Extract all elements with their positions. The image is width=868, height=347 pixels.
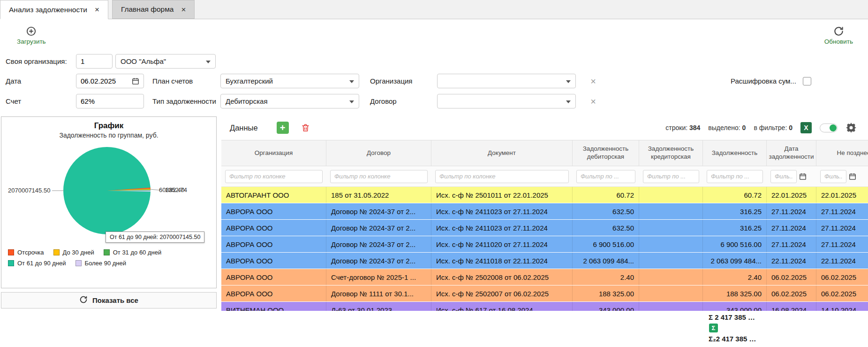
table-cell[interactable]: Исх. с-ф № 2502008 от 06.02.2025 bbox=[431, 269, 573, 285]
calendar-icon[interactable] bbox=[799, 173, 807, 180]
calendar-icon[interactable] bbox=[132, 77, 139, 85]
table-cell[interactable] bbox=[639, 253, 703, 269]
table-cell[interactable]: Исх. с-ф № 617 от 16.08.2024 bbox=[431, 302, 573, 311]
refresh-button[interactable]: Обновить bbox=[820, 24, 858, 47]
table-cell[interactable]: АВРОРА ООО bbox=[221, 220, 326, 236]
calendar-icon[interactable] bbox=[849, 173, 856, 180]
table-cell[interactable]: 22.11.2024 bbox=[816, 253, 868, 269]
filter-input-debit[interactable] bbox=[576, 170, 635, 183]
column-header-contract[interactable]: Договор bbox=[326, 140, 431, 166]
table-cell[interactable]: 27.11.2024 bbox=[767, 220, 816, 236]
legend-item-do-30[interactable]: До 30 дней bbox=[53, 249, 94, 256]
table-cell[interactable]: 343 000.00 bbox=[703, 302, 767, 311]
tab-main-form[interactable]: Главная форма × bbox=[112, 0, 195, 19]
table-cell[interactable]: 6 900 516.00 bbox=[703, 236, 767, 252]
filter-input-contract[interactable] bbox=[330, 170, 428, 183]
table-cell[interactable]: 343 000.00 bbox=[573, 302, 639, 311]
table-cell[interactable]: Исх. с-ф № 2411018 от 22.11.2024 bbox=[431, 253, 573, 269]
table-row[interactable]: АВРОРА ОООДоговор № 2024-37 от 2...Исх. … bbox=[221, 236, 868, 253]
table-cell[interactable]: 188 325.00 bbox=[703, 285, 767, 301]
filter-input-organization[interactable] bbox=[225, 170, 323, 183]
table-cell[interactable] bbox=[639, 269, 703, 285]
filter-input-credit[interactable] bbox=[643, 170, 699, 183]
own-org-select[interactable]: ООО "Альфа" bbox=[115, 54, 216, 69]
table-cell[interactable]: 22.01.2025 bbox=[816, 187, 868, 203]
sigma-button[interactable]: Σ bbox=[709, 324, 718, 332]
table-cell[interactable] bbox=[639, 203, 703, 219]
table-cell[interactable]: Исх. с-ф № 2411023 от 27.11.2024 bbox=[431, 220, 573, 236]
table-cell[interactable]: 14.10.2024 bbox=[816, 302, 868, 311]
column-header-debt[interactable]: Задолженность bbox=[703, 140, 767, 166]
contract-select[interactable] bbox=[437, 94, 576, 108]
table-cell[interactable]: 2 063 099 484... bbox=[703, 253, 767, 269]
table-cell[interactable]: 2.40 bbox=[703, 269, 767, 285]
date-field[interactable] bbox=[76, 74, 144, 88]
table-cell[interactable]: 06.02.2025 bbox=[767, 285, 816, 301]
own-org-code-input[interactable] bbox=[76, 54, 113, 69]
export-excel-button[interactable]: X bbox=[800, 122, 812, 133]
table-cell[interactable]: 27.11.2024 bbox=[767, 236, 816, 252]
table-cell[interactable]: 188 325.00 bbox=[573, 285, 639, 301]
tab-debt-analysis[interactable]: Анализ задолженности × bbox=[0, 0, 108, 19]
table-cell[interactable]: Договор № 1111 от 30.1... bbox=[326, 285, 431, 301]
table-cell[interactable]: 22.01.2025 bbox=[767, 187, 816, 203]
table-cell[interactable]: 16.08.2024 bbox=[767, 302, 816, 311]
table-cell[interactable]: АВРОРА ООО bbox=[221, 203, 326, 219]
table-cell[interactable]: Договор № 2024-37 от 2... bbox=[326, 236, 431, 252]
legend-item-more-90[interactable]: Более 90 дней bbox=[75, 260, 126, 267]
table-cell[interactable]: 316.25 bbox=[703, 203, 767, 219]
table-cell[interactable]: АВРОРА ООО bbox=[221, 285, 326, 301]
table-cell[interactable]: 27.11.2024 bbox=[816, 236, 868, 252]
date-input[interactable] bbox=[81, 77, 129, 85]
table-cell[interactable]: 185 от 31.05.2022 bbox=[326, 187, 431, 203]
load-button[interactable]: Загрузить bbox=[12, 24, 51, 47]
table-cell[interactable]: 22.11.2024 bbox=[767, 253, 816, 269]
table-cell[interactable]: 60.72 bbox=[703, 187, 767, 203]
table-cell[interactable]: Д-63 от 30.01.2023 bbox=[326, 302, 431, 311]
legend-item-31-60[interactable]: От 31 до 60 дней bbox=[104, 249, 162, 256]
filter-input-not-later[interactable] bbox=[820, 170, 846, 183]
table-cell[interactable]: Исх. с-ф № 2502007 от 06.02.2025 bbox=[431, 285, 573, 301]
table-row[interactable]: АВРОРА ОООДоговор № 2024-37 от 2...Исх. … bbox=[221, 253, 868, 269]
table-cell[interactable]: 6 900 516.00 bbox=[573, 236, 639, 252]
table-row[interactable]: АВРОРА ОООДоговор № 2024-37 от 2...Исх. … bbox=[221, 203, 868, 220]
organization-select[interactable] bbox=[437, 74, 576, 88]
table-cell[interactable]: 632.50 bbox=[573, 203, 639, 219]
show-all-button[interactable]: Показать все bbox=[1, 292, 217, 308]
table-cell[interactable]: Договор № 2024-37 от 2... bbox=[326, 253, 431, 269]
table-row[interactable]: АВРОРА ОООСчет-договор № 2025-1 ...Исх. … bbox=[221, 269, 868, 285]
table-row[interactable]: АВРОРА ОООДоговор № 2024-37 от 2...Исх. … bbox=[221, 220, 868, 236]
table-row[interactable]: ВИТНЕМАН ОООД-63 от 30.01.2023Исх. с-ф №… bbox=[221, 302, 868, 311]
table-cell[interactable]: 06.02.2025 bbox=[816, 285, 868, 301]
add-row-button[interactable]: + bbox=[277, 122, 289, 134]
table-cell[interactable]: 27.11.2024 bbox=[767, 203, 816, 219]
table-cell[interactable] bbox=[639, 302, 703, 311]
table-cell[interactable]: Договор № 2024-37 от 2... bbox=[326, 203, 431, 219]
close-icon[interactable]: × bbox=[181, 6, 186, 14]
filter-input-debt[interactable] bbox=[707, 170, 763, 183]
table-cell[interactable] bbox=[639, 285, 703, 301]
close-icon[interactable]: × bbox=[95, 6, 99, 14]
table-cell[interactable]: Договор № 2024-37 от 2... bbox=[326, 220, 431, 236]
table-cell[interactable]: 2.40 bbox=[573, 269, 639, 285]
table-cell[interactable]: 27.11.2024 bbox=[816, 203, 868, 219]
table-cell[interactable]: Исх. с-ф № 2411023 от 27.11.2024 bbox=[431, 203, 573, 219]
settings-gear-icon[interactable] bbox=[845, 122, 857, 133]
legend-item-61-90[interactable]: От 61 до 90 дней bbox=[8, 260, 66, 267]
debt-type-select[interactable]: Дебиторская bbox=[220, 94, 359, 108]
table-cell[interactable]: АВРОРА ООО bbox=[221, 253, 326, 269]
table-cell[interactable]: АВРОРА ООО bbox=[221, 236, 326, 252]
table-cell[interactable]: 60.72 bbox=[573, 187, 639, 203]
table-cell[interactable] bbox=[639, 236, 703, 252]
chart-of-accounts-select[interactable]: Бухгалтерский bbox=[220, 74, 359, 88]
table-cell[interactable]: 632.50 bbox=[573, 220, 639, 236]
table-cell[interactable]: Исх. с-ф № 2501011 от 22.01.2025 bbox=[431, 187, 573, 203]
table-cell[interactable] bbox=[639, 220, 703, 236]
table-row[interactable]: АВТОГАРАНТ ООО185 от 31.05.2022Исх. с-ф … bbox=[221, 187, 868, 203]
table-cell[interactable]: 06.02.2025 bbox=[816, 269, 868, 285]
delete-row-button[interactable] bbox=[300, 122, 311, 133]
table-cell[interactable]: 316.25 bbox=[703, 220, 767, 236]
column-header-document[interactable]: Документ bbox=[431, 140, 573, 166]
grid-toggle-switch[interactable] bbox=[820, 123, 838, 132]
table-cell[interactable]: Исх. с-ф № 2411020 от 27.11.2024 bbox=[431, 236, 573, 252]
